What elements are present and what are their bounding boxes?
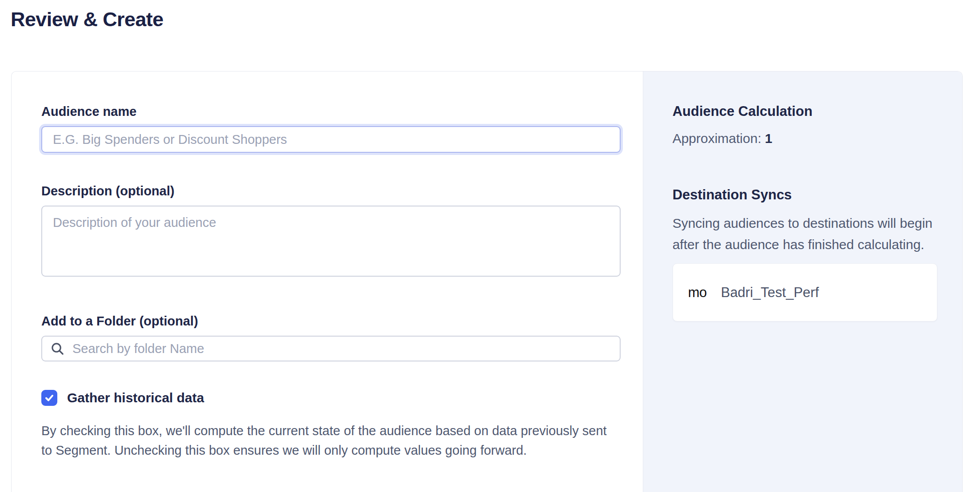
- destination-syncs-description: Syncing audiences to destinations will b…: [673, 213, 937, 255]
- audience-name-input[interactable]: [41, 126, 621, 153]
- gather-historical-checkbox[interactable]: [41, 390, 57, 406]
- folder-group: Add to a Folder (optional): [41, 314, 621, 361]
- audience-calculation-heading: Audience Calculation: [673, 103, 937, 119]
- description-textarea[interactable]: [41, 206, 621, 277]
- destination-logo-icon: mo: [688, 285, 707, 301]
- destination-card[interactable]: mo Badri_Test_Perf: [673, 263, 937, 321]
- description-label: Description (optional): [41, 184, 621, 198]
- review-create-panel: Audience name Description (optional) Add…: [11, 71, 963, 492]
- gather-historical-help-text: By checking this box, we'll compute the …: [41, 421, 621, 460]
- gather-historical-row: Gather historical data: [41, 390, 621, 406]
- gather-historical-label[interactable]: Gather historical data: [67, 390, 204, 405]
- page-title: Review & Create: [11, 8, 163, 31]
- folder-search: [41, 336, 621, 361]
- audience-name-label: Audience name: [41, 104, 621, 119]
- destination-syncs-heading: Destination Syncs: [673, 187, 937, 203]
- checkmark-icon: [44, 393, 55, 403]
- folder-search-input[interactable]: [41, 336, 621, 361]
- description-group: Description (optional): [41, 184, 621, 277]
- folder-label: Add to a Folder (optional): [41, 314, 621, 329]
- summary-sidebar: Audience Calculation Approximation:1 Des…: [643, 71, 962, 492]
- destination-name: Badri_Test_Perf: [721, 285, 819, 301]
- approximation-label: Approximation:: [673, 131, 761, 146]
- audience-form: Audience name Description (optional) Add…: [12, 71, 643, 492]
- approximation-row: Approximation:1: [673, 131, 937, 146]
- audience-name-group: Audience name: [41, 104, 621, 153]
- approximation-value: 1: [765, 131, 773, 146]
